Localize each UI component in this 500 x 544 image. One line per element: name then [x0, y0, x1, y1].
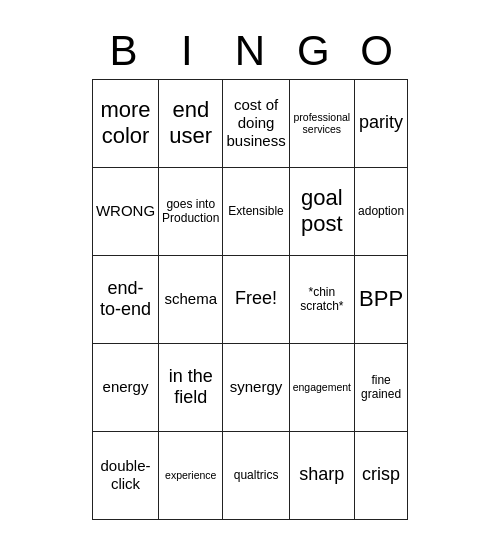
cell-text: grained	[358, 387, 404, 401]
bingo-cell: schema	[159, 255, 223, 343]
header-g: G	[282, 24, 345, 78]
cell-text: field	[162, 387, 219, 409]
cell-text: end-	[96, 278, 155, 300]
cell-text: schema	[162, 290, 219, 308]
header-o: O	[345, 24, 408, 78]
header-n: N	[218, 24, 281, 78]
cell-text: parity	[358, 112, 404, 134]
table-row: end-to-endschemaFree!*chinscratch*BPP	[92, 255, 407, 343]
bingo-cell: in thefield	[159, 343, 223, 431]
header-i: I	[155, 24, 218, 78]
cell-text: experience	[162, 469, 219, 482]
cell-text: adoption	[358, 204, 404, 218]
cell-text: double-	[96, 457, 155, 475]
header-b: B	[92, 24, 155, 78]
bingo-cell: synergy	[223, 343, 289, 431]
table-row: energyin thefieldsynergyengagementfinegr…	[92, 343, 407, 431]
bingo-cell: parity	[355, 79, 408, 167]
bingo-grid: morecolorendusercost ofdoingbusinessprof…	[92, 79, 408, 520]
cell-text: crisp	[358, 464, 404, 486]
bingo-cell: *chinscratch*	[289, 255, 354, 343]
cell-text: goal	[293, 185, 351, 211]
cell-text: cost of	[226, 96, 285, 114]
cell-text: qualtrics	[226, 468, 285, 482]
cell-text: engagement	[293, 381, 351, 394]
cell-text: color	[96, 123, 155, 149]
bingo-cell: energy	[92, 343, 158, 431]
cell-text: Production	[162, 211, 219, 225]
bingo-cell: morecolor	[92, 79, 158, 167]
cell-text: professional	[293, 111, 351, 124]
cell-text: *chin	[293, 285, 351, 299]
bingo-cell: crisp	[355, 431, 408, 519]
cell-text: post	[293, 211, 351, 237]
bingo-cell: goalpost	[289, 167, 354, 255]
bingo-cell: Free!	[223, 255, 289, 343]
bingo-cell: Extensible	[223, 167, 289, 255]
bingo-cell: BPP	[355, 255, 408, 343]
bingo-cell: goes intoProduction	[159, 167, 223, 255]
bingo-cell: enduser	[159, 79, 223, 167]
cell-text: click	[96, 475, 155, 493]
cell-text: to-end	[96, 299, 155, 321]
bingo-cell: qualtrics	[223, 431, 289, 519]
bingo-cell: WRONG	[92, 167, 158, 255]
cell-text: energy	[96, 378, 155, 396]
cell-text: scratch*	[293, 299, 351, 313]
bingo-cell: adoption	[355, 167, 408, 255]
cell-text: business	[226, 132, 285, 150]
cell-text: more	[96, 97, 155, 123]
cell-text: BPP	[358, 286, 404, 312]
table-row: double-clickexperiencequaltricssharpcris…	[92, 431, 407, 519]
cell-text: services	[293, 123, 351, 136]
cell-text: doing	[226, 114, 285, 132]
bingo-cell: engagement	[289, 343, 354, 431]
cell-text: Free!	[226, 288, 285, 310]
bingo-cell: experience	[159, 431, 223, 519]
bingo-cell: sharp	[289, 431, 354, 519]
cell-text: goes into	[162, 197, 219, 211]
table-row: WRONGgoes intoProductionExtensiblegoalpo…	[92, 167, 407, 255]
cell-text: WRONG	[96, 202, 155, 220]
bingo-cell: double-click	[92, 431, 158, 519]
bingo-cell: finegrained	[355, 343, 408, 431]
bingo-cell: professionalservices	[289, 79, 354, 167]
cell-text: Extensible	[226, 204, 285, 218]
bingo-cell: end-to-end	[92, 255, 158, 343]
table-row: morecolorendusercost ofdoingbusinessprof…	[92, 79, 407, 167]
cell-text: fine	[358, 373, 404, 387]
cell-text: synergy	[226, 378, 285, 396]
cell-text: in the	[162, 366, 219, 388]
cell-text: end	[162, 97, 219, 123]
bingo-cell: cost ofdoingbusiness	[223, 79, 289, 167]
cell-text: user	[162, 123, 219, 149]
bingo-header: B I N G O	[92, 24, 408, 78]
cell-text: sharp	[293, 464, 351, 486]
